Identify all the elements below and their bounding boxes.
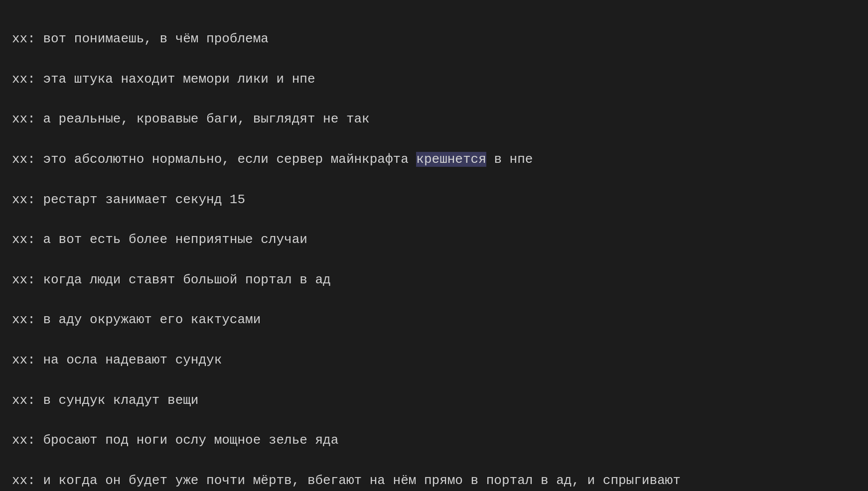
chat-line: хх: рестарт занимает секунд 15	[12, 190, 856, 210]
chat-line: хх: в аду окружают его кактусами	[12, 310, 856, 330]
chat-log: хх: вот понимаешь, в чём проблема хх: эт…	[0, 0, 868, 491]
highlighted-word: крешнется	[416, 152, 486, 167]
chat-line: хх: на осла надевают сундук	[12, 350, 856, 370]
chat-line: хх: а реальные, кровавые баги, выглядят …	[12, 109, 856, 129]
chat-line: хх: а вот есть более неприятные случаи	[12, 230, 856, 249]
chat-line: хх: и когда он будет уже почти мёртв, вб…	[12, 471, 856, 491]
chat-line: хх: это абсолютно нормально, если сервер…	[12, 149, 856, 169]
chat-line: хх: вот понимаешь, в чём проблема	[12, 29, 856, 49]
chat-line: хх: эта штука находит мемори лики и нпе	[12, 69, 856, 89]
chat-line: хх: бросают под ноги ослу мощное зелье я…	[12, 430, 856, 450]
chat-line: хх: когда люди ставят большой портал в а…	[12, 270, 856, 290]
chat-line: хх: в сундук кладут вещи	[12, 390, 856, 410]
